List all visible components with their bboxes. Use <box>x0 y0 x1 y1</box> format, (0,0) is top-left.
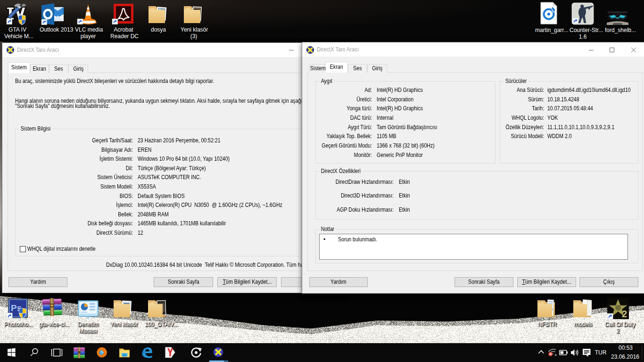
svg-text:2: 2 <box>622 309 627 319</box>
